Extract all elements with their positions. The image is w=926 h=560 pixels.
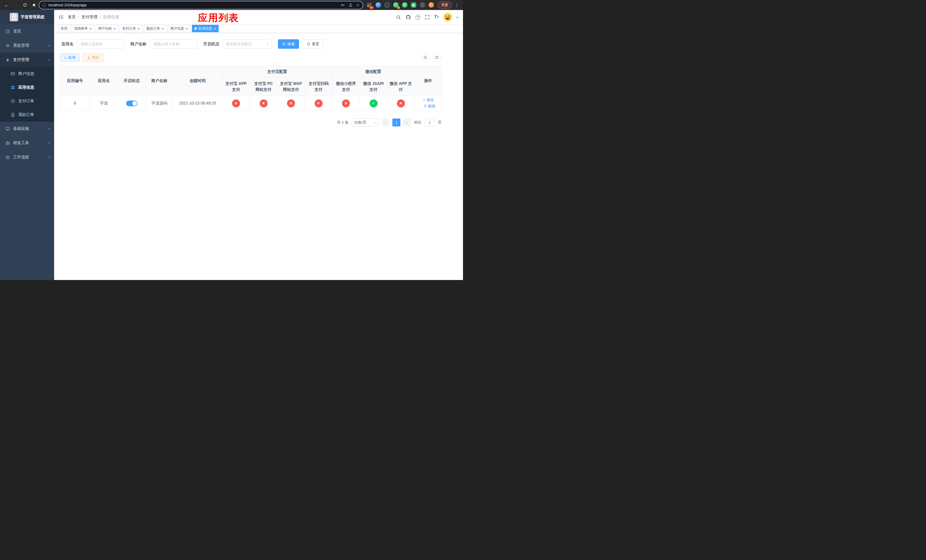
extensions-area: 10 1 ✓ ▣ [365,2,436,8]
pagination: 共 1 条 10条/页 ‹ 1 › 前往 页 [60,118,442,127]
add-button[interactable]: + 新增 [60,53,80,62]
close-icon[interactable]: × [138,27,140,30]
page-size-value: 10条/页 [354,120,366,125]
col-alipay-qr: 支付宝扫码支付 [305,77,332,96]
edit-icon [422,98,426,102]
tab-app-info[interactable]: 应用信息× [192,25,219,32]
fullscreen-icon[interactable] [425,15,430,20]
home-icon[interactable] [30,2,38,9]
close-icon[interactable]: × [113,27,116,30]
sidebar-item-workflow[interactable]: 工作流程 [0,150,54,164]
close-icon[interactable]: × [186,27,188,30]
tab-process-form[interactable]: 流程表单× [71,25,94,32]
tab-user-group[interactable]: 用户分组× [96,25,118,32]
tab-merchant-info[interactable]: 商户信息× [168,25,191,32]
info-icon[interactable]: i [42,3,46,7]
sidebar-item-label: 应用信息 [18,85,34,90]
url-text: localhost:1024/pay/app [48,3,339,7]
modify-link[interactable]: 修改 [422,97,434,103]
status-select[interactable]: 请选择开启状态 [223,39,272,49]
reset-button-label: 重置 [312,42,319,47]
close-icon[interactable]: × [162,27,164,30]
refresh-table-button[interactable] [433,53,441,62]
sidebar-item-app-info[interactable]: 应用信息 [0,80,54,94]
extension-icon-green-avatar[interactable]: 1 [393,2,399,8]
back-icon[interactable]: ← [3,2,10,9]
delete-link[interactable]: 删除 [424,103,436,109]
chevron-down-icon[interactable] [456,15,459,18]
sidebar-item-infrastructure[interactable]: 基础设施 [0,122,54,136]
col-alipay-wap: 支付宝 WAP 网站支付 [277,77,305,96]
browser-menu-icon[interactable]: ⋮ [454,3,460,8]
filter-form: 应用名 商户名称 开启状态 请选择开启状态 搜索 重置 [62,39,457,49]
tab-label: 应用信息 [198,26,212,31]
refresh-icon[interactable] [21,2,29,9]
page-size-select[interactable]: 10条/页 [351,118,379,127]
bookmark-star-icon[interactable]: ☆ [356,3,360,8]
next-page-button[interactable]: › [403,118,411,127]
extension-badge: 1 [397,6,400,9]
close-icon[interactable]: × [214,27,216,30]
table-toolbar: + 新增 导出 [60,53,457,62]
document-icon [10,112,15,117]
tab-refund-orders[interactable]: 退款订单× [144,25,166,32]
modify-label: 修改 [427,97,434,103]
extension-icon-orange-face[interactable] [428,2,434,8]
status-toggle[interactable] [126,101,138,106]
sidebar-item-pay-orders[interactable]: 支付订单 [0,94,54,108]
sidebar-item-dev-tools[interactable]: 研发工具 [0,136,54,150]
breadcrumb-home[interactable]: 首页 [68,15,76,20]
goto-page-input[interactable] [424,118,435,127]
tab-home[interactable]: 首页 [58,25,70,32]
table-row: 6 芋道 芋道源码 2021-10-23 08:49:25 [60,96,442,111]
prev-page-button[interactable]: ‹ [381,118,390,127]
app-name-input[interactable] [77,39,124,49]
breadcrumb-payment[interactable]: 支付管理 [82,15,97,20]
delete-label: 删除 [428,103,436,109]
sidebar-item-merchant-info[interactable]: 商户信息 [0,67,54,80]
share-icon[interactable] [348,3,353,7]
font-size-icon[interactable]: TT [434,15,439,20]
export-button[interactable]: 导出 [83,53,104,62]
gear-icon [5,43,10,48]
search-button[interactable]: 搜索 [278,39,299,49]
plus-icon: + [64,56,67,60]
merchant-name-input[interactable] [150,39,197,49]
github-icon[interactable] [406,15,411,20]
extension-icon-green-check[interactable]: ✓ [401,2,408,8]
close-icon[interactable]: × [89,27,92,30]
page-1-button[interactable]: 1 [392,118,400,127]
extension-icon-blue[interactable] [375,2,381,8]
help-icon[interactable]: ? [415,15,420,20]
page-unit-label: 页 [438,120,442,125]
hamburger-icon[interactable] [59,15,64,20]
alipay-qr-status-icon [315,100,322,107]
sidebar-item-home[interactable]: 首页 [0,24,54,38]
cell-app-name: 芋道 [90,96,118,111]
extension-icon-dark[interactable] [384,2,390,8]
extension-icon-green-square[interactable]: ▣ [410,2,416,8]
search-icon[interactable] [396,15,401,20]
sidebar-item-system[interactable]: 系统管理 [0,38,54,53]
app-logo[interactable]: 芋道管理系统 [0,10,54,24]
cell-app-id: 6 [60,96,90,111]
tab-pay-orders[interactable]: 支付订单× [120,25,142,32]
forward-icon[interactable]: → [12,2,20,9]
chevron-down-icon [48,141,51,144]
logo-image [10,13,18,21]
extension-icon-palette[interactable]: 10 [366,2,372,8]
avatar[interactable] [443,13,452,21]
extension-icon-gray[interactable] [419,2,425,8]
address-bar[interactable]: i localhost:1024/pay/app ☆ [39,2,363,9]
toggle-search-button[interactable] [421,53,430,62]
page-annotation: 应用列表 [198,11,239,24]
add-button-label: 新增 [68,55,76,60]
wx-jsapi-status-icon [369,100,378,107]
app-name-label: 应用名 [62,42,73,47]
key-icon[interactable] [341,3,345,7]
sidebar-item-refund-orders[interactable]: 退款订单 [0,108,54,122]
search-icon [424,56,427,59]
reset-button[interactable]: 重置 [303,39,324,49]
update-button[interactable]: 更新 [438,1,452,9]
sidebar-item-payment[interactable]: ¥ 支付管理 [0,53,54,67]
